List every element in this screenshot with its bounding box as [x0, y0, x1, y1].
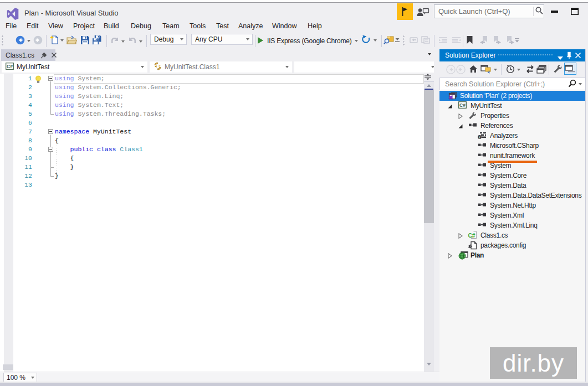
search-options-caret-icon[interactable] — [579, 83, 582, 85]
solution-explorer-search-input[interactable]: Search Solution Explorer (Ctrl+;) — [439, 78, 586, 90]
scroll-down-arrow-icon[interactable] — [427, 363, 431, 366]
menu-help[interactable]: Help — [308, 20, 322, 32]
pin-tab-icon[interactable] — [40, 52, 47, 59]
editor-vertical-scrollbar[interactable] — [424, 74, 434, 372]
collapse-region-box[interactable] — [48, 129, 53, 134]
undo-button-caret-icon[interactable] — [121, 40, 125, 43]
member-dropdown[interactable] — [294, 61, 438, 73]
forward-button[interactable] — [456, 65, 466, 74]
tree-item-system-core[interactable]: System.Core — [439, 171, 586, 181]
new-file-button-caret-icon[interactable] — [60, 39, 64, 42]
menu-tools[interactable]: Tools — [190, 20, 206, 32]
code-line-8[interactable]: { — [55, 136, 181, 145]
expander-expanded-icon[interactable] — [447, 103, 453, 109]
tree-item-class1-cs[interactable]: C#Class1.cs — [439, 230, 586, 240]
tree-item-system-data[interactable]: System.Data — [439, 181, 586, 191]
type-dropdown[interactable]: MyUnitTest.Class1 — [150, 61, 292, 73]
code-line-2[interactable]: using System.Collections.Generic; — [55, 83, 181, 92]
switch-views-caret-icon[interactable] — [494, 69, 497, 71]
menu-edit[interactable]: Edit — [27, 20, 39, 32]
feedback-button[interactable] — [415, 4, 431, 19]
code-line-12[interactable]: } — [55, 172, 181, 181]
new-file-button[interactable] — [49, 35, 59, 45]
filter-caret-icon[interactable] — [517, 69, 520, 71]
save-to-source-button[interactable] — [409, 35, 419, 44]
navigate-forward-button[interactable] — [33, 35, 43, 45]
redo-button[interactable] — [127, 36, 137, 45]
menu-window[interactable]: Window — [272, 20, 296, 32]
code-line-4[interactable]: using System.Text; — [55, 101, 181, 110]
expander-collapsed-icon[interactable] — [458, 233, 463, 238]
toolbar-overflow-button[interactable] — [514, 38, 520, 43]
next-bookmark-button[interactable] — [493, 35, 502, 44]
tree-item-packages-config[interactable]: packages.config — [439, 240, 586, 250]
close-tab-icon[interactable] — [51, 52, 57, 58]
lightbulb-icon[interactable] — [34, 75, 43, 86]
tree-item-references[interactable]: References — [439, 121, 586, 131]
expander-expanded-icon[interactable] — [458, 123, 463, 128]
minimize-button[interactable] — [546, 3, 563, 20]
menu-team[interactable]: Team — [162, 20, 180, 32]
quick-launch-input[interactable]: Quick Launch (Ctrl+Q) — [434, 4, 544, 18]
refresh-button-caret-icon[interactable] — [374, 39, 377, 42]
save-button[interactable] — [80, 35, 90, 45]
sync-with-active-document-button[interactable] — [525, 65, 535, 74]
solution-explorer-title-bar[interactable]: Solution Explorer — [439, 49, 586, 61]
tree-item-analyzers[interactable]: iAnalyzers — [439, 131, 586, 141]
tree-item-myunittest[interactable]: C#MyUnitTest — [439, 101, 586, 111]
redo-button-caret-icon[interactable] — [139, 40, 142, 43]
decrease-indent-button[interactable] — [438, 37, 448, 44]
open-files-filter-button[interactable] — [505, 64, 515, 74]
menu-view[interactable]: View — [48, 20, 63, 32]
pin-panel-icon[interactable] — [566, 52, 572, 61]
find-dropdown-button[interactable] — [395, 37, 400, 43]
code-line-10[interactable]: { — [55, 154, 181, 163]
tab-overflow-caret-icon[interactable] — [428, 53, 431, 55]
code-line-11[interactable]: } — [55, 163, 181, 172]
title-bar[interactable]: Plan - Microsoft Visual Studio Quick Lau… — [0, 3, 588, 20]
zoom-dropdown[interactable]: 100 % — [3, 373, 37, 382]
window-position-caret-icon[interactable] — [558, 54, 563, 61]
tree-item-system-data-datasetextensions[interactable]: System.Data.DataSetExtensions — [439, 191, 586, 200]
collapse-region-box[interactable] — [48, 76, 53, 81]
tab-class1-cs[interactable]: Class1.cs — [1, 49, 55, 61]
start-debugging-play-icon[interactable] — [257, 37, 264, 44]
panel-splitter[interactable] — [434, 49, 439, 382]
vertical-scrollbar-thumb[interactable] — [424, 90, 434, 223]
expander-collapsed-icon[interactable] — [447, 253, 453, 258]
toggle-bookmark-button[interactable] — [466, 35, 473, 44]
code-line-6[interactable] — [55, 119, 181, 127]
expander-collapsed-icon[interactable] — [458, 113, 463, 119]
run-target-caret-icon[interactable] — [355, 40, 358, 42]
menu-file[interactable]: File — [6, 20, 17, 32]
tree-item-system-xml-linq[interactable]: System.Xml.Linq — [439, 220, 586, 230]
home-button[interactable] — [469, 65, 478, 73]
tree-item-system[interactable]: System — [439, 161, 586, 171]
notifications-flag-button[interactable] — [397, 3, 413, 20]
increase-indent-button[interactable] — [452, 37, 461, 44]
collapse-all-button[interactable] — [536, 64, 546, 74]
collapse-region-box[interactable] — [48, 147, 53, 152]
navigate-backward-button[interactable] — [16, 35, 25, 45]
find-in-files-button[interactable] — [384, 35, 395, 45]
run-target-label[interactable]: IIS Express (Google Chrome) — [267, 37, 352, 45]
properties-button[interactable] — [553, 64, 563, 74]
project-dropdown[interactable]: C# MyUnitTest — [2, 61, 147, 73]
menu-analyze[interactable]: Analyze — [238, 20, 263, 32]
solution-configuration-dropdown[interactable]: Debug — [150, 34, 187, 45]
code-line-1[interactable]: using System; — [55, 74, 181, 83]
previous-bookmark-button[interactable] — [479, 35, 488, 44]
menu-project[interactable]: Project — [73, 20, 95, 32]
copy-items-button[interactable] — [421, 35, 431, 44]
code-line-7[interactable]: namespace MyUnitTest — [55, 127, 181, 136]
scroll-up-arrow-icon[interactable] — [427, 84, 431, 87]
tree-item-system-xml[interactable]: System.Xml — [439, 210, 586, 220]
tree-item-system-net-http[interactable]: System.Net.Http — [439, 200, 586, 210]
code-line-9[interactable]: public class Class1 — [55, 145, 181, 154]
tree-item-microsoft-csharp[interactable]: Microsoft.CSharp — [439, 141, 586, 151]
open-file-button[interactable] — [67, 35, 77, 45]
code-line-3[interactable]: using System.Linq; — [55, 92, 181, 101]
save-all-button[interactable] — [92, 35, 103, 45]
tree-item-nunit-framework[interactable]: nunit.framework — [439, 151, 586, 161]
tree-item-properties[interactable]: Properties — [439, 111, 586, 121]
